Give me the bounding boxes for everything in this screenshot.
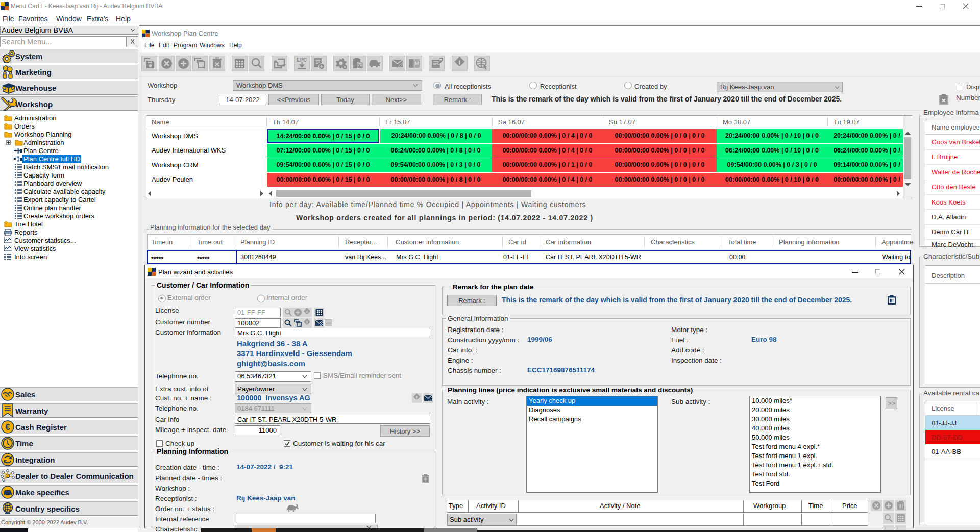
- svg-text:M: M: [415, 61, 419, 66]
- svg-text:€: €: [5, 422, 10, 432]
- svg-text:EPC: EPC: [297, 57, 307, 63]
